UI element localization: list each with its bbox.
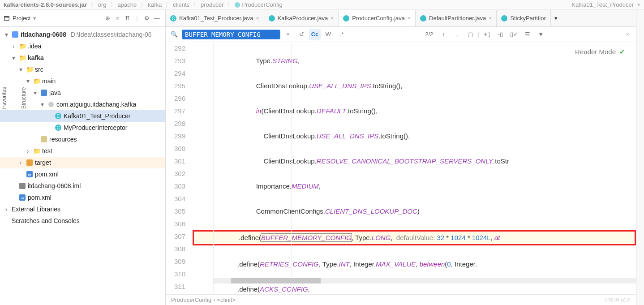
prev-match-icon[interactable]: ↑ [438, 29, 449, 40]
close-icon[interactable]: × [256, 15, 259, 21]
folder-src[interactable]: ▾📁src [0, 64, 165, 75]
code-editor[interactable]: Reader Mode✔ 292293294295 296297298299 3… [166, 42, 636, 294]
tab-kafkaproducer[interactable]: KafkaProducer.java× [264, 10, 339, 26]
resources-folder-icon [40, 136, 47, 143]
highlighted-line: .define(BUFFER_MEMORY_CONFIG, Type.LONG,… [193, 230, 636, 245]
class-icon: C [170, 15, 176, 21]
project-tree[interactable]: ▾itdachang-0608D:\Idea\classes\itdachang… [0, 27, 165, 305]
search-icon: 🔍 [168, 29, 180, 40]
svg-text:C: C [172, 16, 175, 21]
svg-point-20 [420, 15, 426, 21]
search-history-icon[interactable]: ↺ [296, 29, 307, 40]
svg-rect-10 [26, 159, 33, 166]
svg-point-18 [269, 15, 275, 21]
close-icon[interactable]: × [489, 15, 492, 21]
svg-rect-13 [19, 183, 26, 189]
close-searchbar-icon[interactable]: × [622, 29, 633, 40]
svg-point-21 [501, 15, 507, 21]
svg-text:m: m [21, 196, 24, 200]
locate-file-icon[interactable]: ⊕ [103, 15, 112, 21]
maven-icon: m [26, 171, 33, 178]
clear-search-icon[interactable]: × [282, 29, 294, 40]
module-kafka[interactable]: ▾📁kafka [0, 52, 165, 64]
folder-icon: 📁 [19, 43, 26, 50]
class-icon: C [55, 112, 62, 120]
class-myproducerinterceptor[interactable]: CMyProducerInterceptor [0, 122, 165, 133]
folder-icon: 📁 [33, 147, 40, 155]
svg-rect-1 [4, 16, 9, 17]
horizontal-scrollbar[interactable] [213, 278, 636, 284]
excluded-folder-icon [26, 159, 33, 166]
folder-resources[interactable]: resources [0, 133, 165, 145]
filter-lines-icon[interactable]: ☰ [522, 29, 533, 40]
tab-stickypartitioner[interactable]: StickyPartitior [497, 10, 550, 26]
file-pom1[interactable]: mpom.xml [0, 168, 165, 180]
regex-button[interactable]: .* [336, 29, 348, 40]
project-root[interactable]: ▾itdachang-0608D:\Idea\classes\itdachang… [0, 29, 165, 40]
svg-point-19 [343, 15, 349, 21]
project-icon [4, 15, 10, 21]
toggle-selection-icon[interactable]: ▯✓ [508, 29, 520, 40]
expand-all-icon[interactable]: ≡ [112, 15, 122, 21]
add-selection-icon[interactable]: +▯ [481, 29, 493, 40]
collapse-all-icon[interactable]: ⇈ [122, 15, 132, 21]
line-gutter: 292293294295 296297298299 300301302303 3… [166, 42, 193, 294]
class-kafka01-test-producer[interactable]: CKafka01_Test_Producer [0, 110, 165, 122]
file-pom2[interactable]: mpom.xml [0, 192, 165, 203]
tab-kafka01-test-producer[interactable]: CKafka01_Test_Producer.java× [166, 10, 264, 26]
left-tool-strip: Favorites Structure [0, 85, 28, 111]
close-icon[interactable]: × [331, 15, 334, 21]
tab-defaultpartitioner[interactable]: DefaultPartitioner.java× [416, 10, 497, 26]
package-icon [47, 101, 55, 108]
remove-selection-icon[interactable]: -▯ [495, 29, 507, 40]
editor-marker-strip[interactable] [636, 10, 644, 305]
project-tool-label[interactable]: Project ▾ [4, 15, 36, 21]
scratches-consoles[interactable]: Scratches and Consoles [0, 215, 165, 227]
search-input[interactable] [182, 30, 280, 39]
editor-breadcrumb[interactable]: ProducerConfig›<clinit> CSDN @水 [166, 294, 636, 305]
external-libraries[interactable]: ›External Libraries [0, 203, 165, 215]
folder-test[interactable]: ›📁test [0, 145, 165, 157]
project-sidebar: Project ▾ ⊕ ≡ ⇈ | ⚙ — ▾itdachang-0608D:\… [0, 10, 166, 305]
folder-icon: 📁 [26, 66, 33, 73]
more-tabs-icon[interactable]: ▾ [551, 15, 561, 21]
filter-icon[interactable]: ▼ [535, 29, 547, 40]
source-folder-icon [40, 89, 47, 96]
tab-producerconfig[interactable]: ProducerConfig.java× [339, 10, 416, 26]
folder-target[interactable]: ›target [0, 157, 165, 168]
find-bar: 🔍 × ↺ Cc W .* 2/2 ↑ ↓ ▢ | +▯ -▯ ▯✓ ☰ ▼ × [166, 27, 636, 42]
file-iml[interactable]: itdachang-0608.iml [0, 180, 165, 192]
select-all-icon[interactable]: ▢ [464, 29, 476, 40]
svg-rect-2 [12, 31, 18, 38]
svg-text:m: m [28, 173, 31, 177]
reader-mode-label[interactable]: Reader Mode✔ [575, 46, 625, 58]
close-icon[interactable]: × [408, 15, 411, 21]
editor-tabs: CKafka01_Test_Producer.java× KafkaProduc… [166, 10, 636, 27]
svg-rect-9 [41, 136, 47, 142]
svg-rect-3 [41, 90, 47, 96]
words-button[interactable]: W [322, 29, 334, 40]
hide-icon[interactable]: — [152, 15, 162, 21]
svg-point-4 [48, 102, 54, 107]
title-breadcrumbs: kafka-clients-2.8.0-sources.jar〉 org〉 ap… [0, 0, 644, 10]
divider-icon: | [132, 15, 142, 21]
match-case-button[interactable]: Cc [309, 29, 321, 40]
class-icon: C [55, 124, 62, 131]
svg-text:C: C [56, 125, 60, 130]
folder-icon: 📁 [33, 77, 40, 85]
gear-icon[interactable]: ⚙ [142, 15, 152, 21]
next-match-icon[interactable]: ↓ [451, 29, 463, 40]
search-count: 2/2 [425, 31, 433, 38]
module-icon: 📁 [19, 54, 26, 61]
svg-text:C: C [56, 114, 60, 119]
iml-icon [19, 182, 26, 189]
folder-idea[interactable]: ›📁.idea [0, 40, 165, 52]
maven-icon: m [19, 194, 26, 201]
